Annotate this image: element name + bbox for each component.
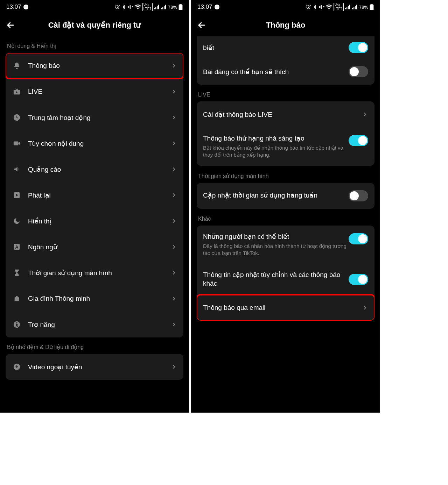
toggle-on[interactable]	[349, 42, 368, 53]
section-header-screentime: Thời gian sử dụng màn hình	[198, 173, 373, 179]
page-title: Cài đặt và quyền riêng tư	[48, 21, 141, 30]
svg-rect-9	[179, 5, 183, 10]
chevron-right-icon	[171, 244, 177, 250]
svg-text:A: A	[15, 244, 18, 250]
svg-rect-5	[161, 8, 162, 9]
row-playback[interactable]: Phát lại	[6, 182, 183, 208]
section-header-live: LIVE	[198, 92, 373, 98]
row-label: Thời gian sử dụng màn hình	[28, 269, 171, 277]
row-posts-like[interactable]: Bài đăng có thể bạn sẽ thích	[197, 59, 374, 85]
bell-icon	[12, 62, 22, 70]
battery-pct: 78%	[168, 5, 177, 10]
play-icon	[12, 191, 22, 199]
app-bar: Cài đặt và quyền riêng tư	[0, 14, 189, 36]
row-custom-updates[interactable]: Thông tin cập nhật tùy chỉnh và các thôn…	[197, 264, 374, 295]
other-card: Những người bạn có thể biết Đây là thông…	[197, 226, 374, 321]
volte-icon: Vo)LTE1	[334, 3, 344, 11]
row-partial-top[interactable]: biết	[197, 36, 374, 59]
download-icon	[12, 363, 22, 371]
svg-rect-30	[356, 5, 357, 9]
row-display[interactable]: Hiển thị	[6, 208, 183, 234]
bluetooth-icon	[313, 5, 317, 9]
row-subtext: Đây là thông báo cá nhân hóa hình thành …	[203, 243, 349, 257]
row-weekly[interactable]: Cập nhật thời gian sử dụng hằng tuần	[197, 183, 374, 209]
mute-icon	[128, 4, 133, 10]
svg-rect-2	[155, 7, 156, 9]
section-header-cache: Bộ nhớ đệm & Dữ liệu di động	[7, 344, 182, 350]
row-label: Trợ năng	[28, 321, 171, 329]
row-label: Thông báo qua email	[203, 304, 362, 312]
row-label: Cập nhật thời gian sử dụng hằng tuần	[203, 191, 349, 200]
svg-rect-26	[349, 5, 350, 9]
svg-rect-32	[371, 4, 372, 5]
row-people-know[interactable]: Những người bạn có thể biết Đây là thông…	[197, 226, 374, 264]
row-label: Những người bạn có thể biết	[203, 233, 349, 241]
camera-icon	[12, 140, 22, 147]
back-button[interactable]	[197, 20, 206, 30]
row-creator-rank[interactable]: Thông báo thứ hạng nhà sáng tạo Bật khóa…	[197, 127, 374, 166]
screentime-card: Cập nhật thời gian sử dụng hằng tuần	[197, 183, 374, 209]
section-header-other: Khác	[198, 216, 373, 222]
chevron-right-icon	[171, 140, 177, 147]
row-content-pref[interactable]: Tùy chọn nội dung	[6, 130, 183, 156]
cache-list: Video ngoại tuyến	[6, 354, 183, 380]
signal2-icon	[161, 5, 167, 9]
toggle-on[interactable]	[349, 233, 368, 244]
chevron-right-icon	[362, 111, 368, 117]
back-arrow-icon	[197, 20, 206, 30]
row-live[interactable]: LIVE	[6, 79, 183, 105]
status-time: 13:07	[197, 3, 212, 10]
row-notifications[interactable]: Thông báo	[6, 53, 183, 79]
svg-rect-10	[180, 4, 181, 5]
status-icons: Vo)LTE1 78%	[114, 3, 183, 11]
chevron-right-icon	[171, 295, 177, 302]
svg-rect-4	[158, 5, 159, 9]
row-ads[interactable]: Quảng cáo	[6, 156, 183, 182]
row-email-notifications[interactable]: Thông báo qua email	[197, 295, 374, 321]
toggle-off[interactable]	[349, 190, 368, 201]
row-offline-video[interactable]: Video ngoại tuyến	[6, 354, 183, 380]
svg-rect-29	[355, 6, 356, 9]
signal-icon	[345, 5, 351, 9]
settings-list: Thông báo LIVE Trung tâm hoạt động Tùy c…	[6, 53, 183, 337]
chevron-right-icon	[171, 63, 177, 69]
row-label: LIVE	[28, 88, 171, 95]
volte-icon: Vo)LTE1	[142, 3, 153, 11]
svg-rect-24	[346, 7, 347, 9]
toggle-on[interactable]	[349, 135, 368, 146]
row-label: Thông tin cập nhật tùy chỉnh và các thôn…	[203, 271, 349, 288]
alarm-icon	[306, 4, 311, 10]
phone-right: 13:07 Vo)LTE1 78% Thông báo biết	[191, 0, 380, 413]
row-accessibility[interactable]: Trợ năng	[6, 312, 183, 337]
row-label: Quảng cáo	[28, 165, 171, 173]
status-icons: Vo)LTE1 78%	[306, 3, 374, 11]
battery-icon	[370, 4, 374, 10]
row-language[interactable]: A Ngôn ngữ	[6, 234, 183, 260]
live-card: Cài đặt thông báo LIVE Thông báo thứ hạn…	[197, 101, 374, 166]
row-family[interactable]: Gia đình Thông minh	[6, 286, 183, 312]
status-bar: 13:07 Vo)LTE1 78%	[191, 0, 380, 14]
svg-rect-1	[154, 8, 155, 9]
svg-rect-6	[162, 7, 163, 9]
toggle-off[interactable]	[349, 66, 368, 77]
svg-rect-8	[165, 5, 166, 9]
tv-icon	[12, 88, 22, 95]
row-subtext: Bật khóa chuyển này để nhận thông báo ti…	[203, 144, 349, 159]
row-screentime[interactable]: Thời gian sử dụng màn hình	[6, 260, 183, 286]
svg-rect-7	[164, 6, 164, 9]
chevron-right-icon	[171, 114, 177, 121]
chevron-right-icon	[171, 218, 177, 224]
svg-rect-25	[348, 6, 349, 9]
toggle-on[interactable]	[349, 274, 368, 285]
svg-rect-28	[354, 7, 354, 9]
row-live-settings[interactable]: Cài đặt thông báo LIVE	[197, 101, 374, 127]
svg-point-20	[16, 322, 18, 324]
back-button[interactable]	[6, 20, 15, 30]
row-label: Cài đặt thông báo LIVE	[203, 110, 362, 119]
row-label: Bài đăng có thể bạn sẽ thích	[203, 68, 349, 76]
back-arrow-icon	[6, 20, 15, 30]
partial-card: biết Bài đăng có thể bạn sẽ thích	[197, 36, 374, 85]
chevron-right-icon	[171, 88, 177, 95]
wifi-icon	[135, 5, 141, 9]
row-activity[interactable]: Trung tâm hoạt động	[6, 105, 183, 130]
